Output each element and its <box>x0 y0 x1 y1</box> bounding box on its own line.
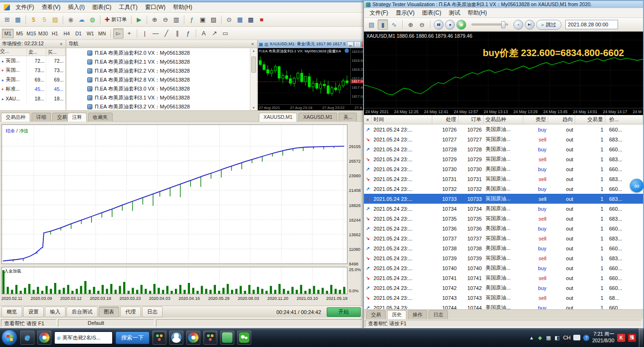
history-row[interactable]: ↗2021.05.24 23:...1073210732美国原油...buyou… <box>364 184 643 194</box>
history-row[interactable]: ↘2021.05.24 23:...1074110741英国原油...sello… <box>364 273 643 283</box>
profiles-icon[interactable]: ▦ <box>13 15 23 25</box>
menu-item-4[interactable]: 工具(T) <box>115 2 141 12</box>
history-row[interactable]: ↘2021.05.24 23:...1074310743英国原油...sello… <box>364 293 643 303</box>
community-icon[interactable]: ◍ <box>87 15 98 25</box>
history-row[interactable]: ↗2021.05.24 23:...1073810738美国原油...buyou… <box>364 243 643 253</box>
help-icon[interactable]: ? <box>583 335 589 341</box>
chart-line-icon[interactable]: ∿ <box>389 19 399 30</box>
tile-windows-icon[interactable]: ▦ <box>235 15 245 25</box>
cursor-icon[interactable]: ▻ <box>113 28 124 39</box>
periods-icon[interactable]: ▣ <box>198 15 208 25</box>
history-row[interactable]: ↘2021.05.24 23:...1073710737英国原油...sello… <box>364 233 643 243</box>
taskbar-wechat-icon[interactable] <box>237 330 251 345</box>
skip-to-date-field[interactable]: 2021.08.28 00:00 <box>565 20 618 29</box>
floating-tool-bubble[interactable]: ∞ <box>630 179 644 192</box>
market-watch-row[interactable]: ▲美国...69...69... <box>0 75 66 84</box>
history-row[interactable]: ↗2021.05.24 23:...1074410744美国原油...buyou… <box>364 303 643 309</box>
show-desktop-button[interactable] <box>639 328 643 347</box>
history-column-4[interactable]: 交易品种 <box>484 115 523 124</box>
navigator-scrollbar[interactable]: ▲ ▼ <box>250 48 257 110</box>
market-watch-row[interactable]: ▲英国...72...72... <box>0 56 66 66</box>
arrows-icon[interactable]: ↗ <box>209 28 220 39</box>
rw-menu-item-1[interactable]: 显示(V) <box>392 8 418 18</box>
zoom-in-icon[interactable]: ⊕ <box>405 19 416 30</box>
sound-button[interactable]: ◉ <box>456 20 466 30</box>
market-watch-column-1[interactable]: 卖... <box>27 48 46 56</box>
zoom-out-icon[interactable]: ⊖ <box>160 15 171 25</box>
restore-icon[interactable]: □ <box>354 41 361 47</box>
timeframe-w1[interactable]: W1 <box>84 29 96 38</box>
chart-tab-1[interactable]: XAGUSD,M1 <box>298 113 337 122</box>
new-order-icon[interactable]: ✚新订单 <box>103 15 129 25</box>
history-column-3[interactable]: 订单 <box>459 115 484 124</box>
speed-slider[interactable] <box>471 24 508 25</box>
history-column-8[interactable]: 价... <box>605 115 643 124</box>
tester-tab-6[interactable]: 日志 <box>142 306 163 317</box>
show-hidden-icons[interactable]: ▲ <box>529 335 534 340</box>
history-row[interactable]: ↗2021.05.24 23:...1072810728美国原油...buyou… <box>364 144 643 154</box>
navigator-ea-item[interactable]: П.EA 布美原油套利3.1 VX：My05613828 <box>66 93 250 102</box>
menu-item-3[interactable]: 图表(C) <box>89 2 116 12</box>
network-icon[interactable]: ▦ <box>545 334 552 341</box>
timeframe-h1[interactable]: H1 <box>49 29 61 38</box>
tester-tab-0[interactable]: 概览 <box>1 306 22 317</box>
dark-chart-icon[interactable]: ▩ <box>246 15 256 25</box>
cloud-icon[interactable]: ☁ <box>76 15 87 25</box>
timeframe-m5[interactable]: M5 <box>14 29 25 38</box>
minimize-icon[interactable]: ▁ <box>347 41 354 47</box>
taskbar-chrome-icon[interactable] <box>186 330 200 345</box>
taskbar-pinwheel-icon[interactable] <box>37 330 51 345</box>
shapes-icon[interactable]: ▭ <box>220 28 231 39</box>
search-icon[interactable]: ⊙ <box>224 15 234 25</box>
menu-item-1[interactable]: 查看(V) <box>38 2 64 12</box>
tester-tab-3[interactable]: 后台测试 <box>66 306 98 317</box>
history-panel-tab-0[interactable]: 交易 <box>366 310 386 319</box>
taskbar-game-icon[interactable] <box>203 330 217 345</box>
window-titlebar[interactable]: Strategy Tester Visualization : П.EA 布美原… <box>364 1 643 8</box>
history-panel-tab-2[interactable]: 操作 <box>408 310 427 319</box>
navigator-tab-1[interactable]: 收藏夹 <box>88 113 113 122</box>
market-icon[interactable]: $ <box>28 15 39 25</box>
menu-item-2[interactable]: 插入(I) <box>64 2 88 12</box>
rw-menu-item-3[interactable]: 测试 <box>445 8 464 18</box>
skip-button[interactable]: » 跳过 <box>536 20 561 30</box>
crosshair-icon[interactable]: + <box>124 28 134 39</box>
tester-tab-2[interactable]: 输入 <box>45 306 66 317</box>
history-row[interactable]: ↗2021.05.24 23:...1074010740美国原油...buyou… <box>364 263 643 273</box>
market-watch-column-2[interactable]: 买... <box>46 48 66 56</box>
stop-button[interactable]: ■ <box>445 20 455 30</box>
close-icon[interactable]: × <box>59 41 64 47</box>
history-row[interactable]: ↘2021.05.24 23:...1072910729英国原油...sello… <box>364 154 643 164</box>
fibonacci-icon[interactable]: ƒ <box>183 28 193 39</box>
visualization-chart[interactable]: XAUUSD,M1 1880.66 1880.66 1879.46 1879.4… <box>364 32 643 115</box>
library-icon[interactable]: ▤ <box>50 15 60 25</box>
scroll-up-icon[interactable]: ▲ <box>250 49 257 52</box>
channel-icon[interactable]: ∥ <box>172 28 182 39</box>
new-chart-icon[interactable]: ⊞ <box>2 15 12 25</box>
virtual-hosting-icon[interactable]: 5 <box>39 15 50 25</box>
vline-icon[interactable]: | <box>140 28 150 39</box>
taskbar-search-box[interactable]: e 美军击毙2名IS... <box>54 331 113 344</box>
navigator-ea-item[interactable]: П.EA 布美原油套利2.2 VX：My05613828 <box>66 66 250 75</box>
status-profile[interactable]: Default <box>58 319 155 327</box>
text-icon[interactable]: A <box>198 28 209 39</box>
timeframe-mn[interactable]: MN <box>96 29 108 38</box>
navigator-ea-item[interactable]: П.EA 布美原油套利2.0 VX：My05613828 <box>66 49 250 58</box>
tester-tab-5[interactable]: 代理 <box>120 306 141 317</box>
mini-chart-titlebar[interactable]: ▩ ▥ XAUUSD,M1: 黄金/美元 1817.90 1817.5 ▁ □ … <box>258 40 363 48</box>
taskbar-browser-icon[interactable]: e <box>20 330 34 345</box>
history-row[interactable]: ↗2021.05.24 23:...1074210742美国原油...buyou… <box>364 283 643 293</box>
candlestick-chart[interactable] <box>258 48 350 104</box>
history-row[interactable]: ↘2021.05.24 23:...1073110731英国原油...sello… <box>364 174 643 184</box>
safety-icon[interactable]: ◆ <box>537 334 543 341</box>
volume-icon[interactable]: ◧ <box>553 334 560 341</box>
history-column-6[interactable]: 趋向 <box>548 115 575 124</box>
templates-icon[interactable]: ▨ <box>208 15 219 25</box>
close-icon[interactable]: × <box>250 41 255 47</box>
timeframe-m1[interactable]: M1 <box>2 29 14 38</box>
menu-item-0[interactable]: 文件(F) <box>12 2 38 12</box>
signals-icon[interactable]: ◉ <box>66 15 76 25</box>
zoom-in-icon[interactable]: ⊕ <box>149 15 160 25</box>
menu-item-6[interactable]: 帮助(H) <box>169 2 196 12</box>
history-column-2[interactable]: 处理 <box>432 115 458 124</box>
